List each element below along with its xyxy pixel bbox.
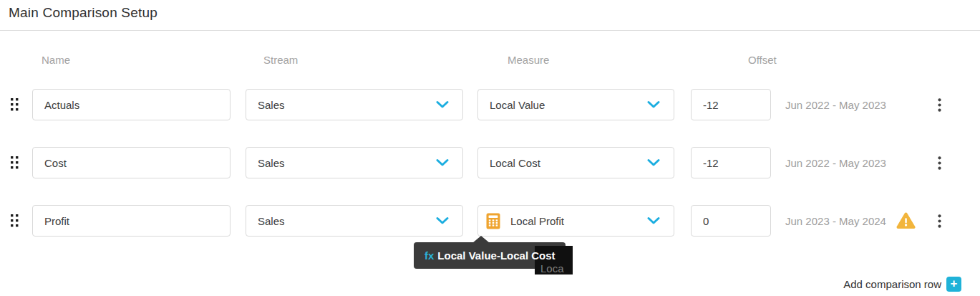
drag-handle-icon[interactable] <box>11 214 19 227</box>
chevron-down-icon <box>436 159 449 167</box>
chevron-down-icon <box>647 101 660 109</box>
column-header-name: Name <box>42 54 70 66</box>
measure-select-value: Local Profit <box>510 215 564 227</box>
drag-handle-icon[interactable] <box>11 98 19 111</box>
measure-select[interactable]: Local Cost <box>477 147 674 178</box>
calculator-formula-icon[interactable] <box>486 213 500 229</box>
measure-select[interactable]: Local Profit <box>477 205 674 237</box>
date-range: Jun 2022 - May 2023 <box>785 157 886 169</box>
tooltip-content: fx Local Value-Local Cost <box>424 249 556 262</box>
column-header-measure: Measure <box>508 54 549 66</box>
name-input[interactable] <box>32 205 231 237</box>
fx-icon: fx <box>424 249 434 262</box>
stream-select[interactable]: Sales <box>246 205 463 237</box>
add-comparison-row-control[interactable]: Add comparison row + <box>843 276 961 292</box>
stream-select-value: Sales <box>258 215 285 227</box>
add-row-plus-button[interactable]: + <box>946 277 961 292</box>
stream-select-value: Sales <box>258 99 285 111</box>
warning-icon[interactable] <box>896 212 916 229</box>
measure-select[interactable]: Local Value <box>477 89 674 120</box>
measure-select-value: Local Value <box>490 99 545 111</box>
comparison-row-profit: Sales Local Profit Jun 2023 - May 2024 <box>0 205 980 237</box>
tooltip-arrow <box>472 236 490 243</box>
comparison-row-actuals: Sales Local Value Jun 2022 - May 2023 <box>0 89 980 120</box>
plus-icon: + <box>951 277 958 290</box>
kebab-menu-icon[interactable] <box>931 153 948 173</box>
tooltip-clipped-text: Loca <box>540 262 564 274</box>
offset-input[interactable] <box>691 147 771 178</box>
kebab-menu-icon[interactable] <box>931 95 948 115</box>
date-range: Jun 2022 - May 2023 <box>785 99 886 111</box>
stream-select[interactable]: Sales <box>246 147 463 178</box>
offset-input[interactable] <box>691 89 771 120</box>
name-input[interactable] <box>32 89 231 120</box>
title-divider <box>0 30 980 31</box>
comparison-row-cost: Sales Local Cost Jun 2022 - May 2023 <box>0 147 980 178</box>
stream-select-value: Sales <box>258 157 285 169</box>
measure-select-value: Local Cost <box>490 157 540 169</box>
date-range: Jun 2023 - May 2024 <box>785 215 886 227</box>
name-input[interactable] <box>32 147 231 178</box>
chevron-down-icon <box>647 217 660 225</box>
column-header-stream: Stream <box>263 54 298 66</box>
kebab-menu-icon[interactable] <box>931 211 948 231</box>
page-title: Main Comparison Setup <box>9 5 157 21</box>
offset-input[interactable] <box>691 205 771 237</box>
add-comparison-row-label: Add comparison row <box>843 278 941 290</box>
column-header-offset: Offset <box>748 54 777 66</box>
drag-handle-icon[interactable] <box>11 156 19 169</box>
chevron-down-icon <box>436 217 449 225</box>
tooltip-formula-text: Local Value-Local Cost <box>437 249 555 262</box>
stream-select[interactable]: Sales <box>246 89 463 120</box>
chevron-down-icon <box>647 159 660 167</box>
chevron-down-icon <box>436 101 449 109</box>
